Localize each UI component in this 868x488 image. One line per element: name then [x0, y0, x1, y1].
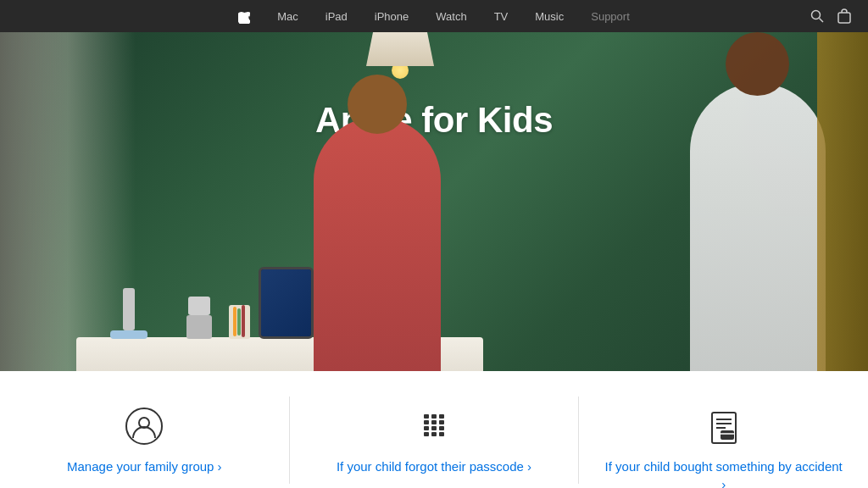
- forgot-passcode-link[interactable]: If your child forgot their passcode ›: [337, 458, 531, 475]
- navigation: Mac iPad iPhone Watch TV Music Support: [0, 0, 868, 32]
- nav-item-watch[interactable]: Watch: [436, 10, 466, 23]
- svg-line-1: [820, 19, 824, 23]
- svg-rect-2: [838, 13, 850, 23]
- svg-rect-21: [721, 430, 734, 440]
- bag-button[interactable]: [837, 8, 851, 24]
- hero-section: Apple for Kids: [0, 32, 868, 371]
- search-button[interactable]: [810, 9, 824, 23]
- person-icon: [123, 405, 165, 447]
- svg-rect-10: [439, 420, 444, 424]
- bottom-section: Manage your family group › If your child…: [0, 371, 868, 488]
- nav-utility-icons: [810, 8, 851, 24]
- svg-rect-6: [431, 414, 437, 419]
- card-family-group: Manage your family group ›: [0, 396, 290, 484]
- nav-item-ipad[interactable]: iPad: [326, 10, 348, 23]
- accidental-purchase-link[interactable]: If your child bought something by accide…: [604, 458, 843, 488]
- svg-rect-9: [431, 420, 437, 424]
- hero-left-shadow: [0, 32, 68, 371]
- svg-rect-15: [431, 432, 437, 436]
- svg-point-0: [812, 11, 821, 19]
- grid-dots-icon: [413, 405, 455, 447]
- adult-person: [690, 83, 826, 371]
- pencil-cup: [229, 305, 250, 339]
- nav-item-music[interactable]: Music: [535, 10, 564, 23]
- svg-rect-13: [439, 426, 444, 430]
- lamp-shade: [366, 32, 434, 66]
- nav-item-iphone[interactable]: iPhone: [375, 10, 409, 23]
- nav-item-support[interactable]: Support: [591, 10, 630, 23]
- nav-item-tv[interactable]: TV: [494, 10, 509, 23]
- document-icon: [703, 405, 745, 447]
- svg-rect-11: [424, 426, 429, 430]
- robot: [186, 297, 212, 339]
- hero-lamp: [366, 32, 434, 79]
- bag-icon: [837, 8, 851, 24]
- svg-rect-8: [424, 420, 429, 424]
- svg-rect-5: [424, 414, 429, 419]
- svg-rect-12: [431, 426, 437, 430]
- card-forgot-passcode: If your child forgot their passcode ›: [290, 396, 580, 484]
- family-group-link[interactable]: Manage your family group ›: [67, 458, 222, 475]
- svg-rect-14: [424, 432, 429, 436]
- search-icon: [810, 9, 824, 23]
- apple-logo-link[interactable]: [238, 9, 250, 24]
- svg-rect-16: [439, 432, 444, 436]
- microscope: [110, 288, 147, 339]
- svg-rect-7: [439, 414, 444, 419]
- child-person: [314, 117, 441, 371]
- card-accidental-purchase: If your child bought something by accide…: [579, 396, 868, 488]
- nav-item-mac[interactable]: Mac: [277, 10, 298, 23]
- tablet: [259, 267, 314, 339]
- bookshelf: [817, 32, 868, 371]
